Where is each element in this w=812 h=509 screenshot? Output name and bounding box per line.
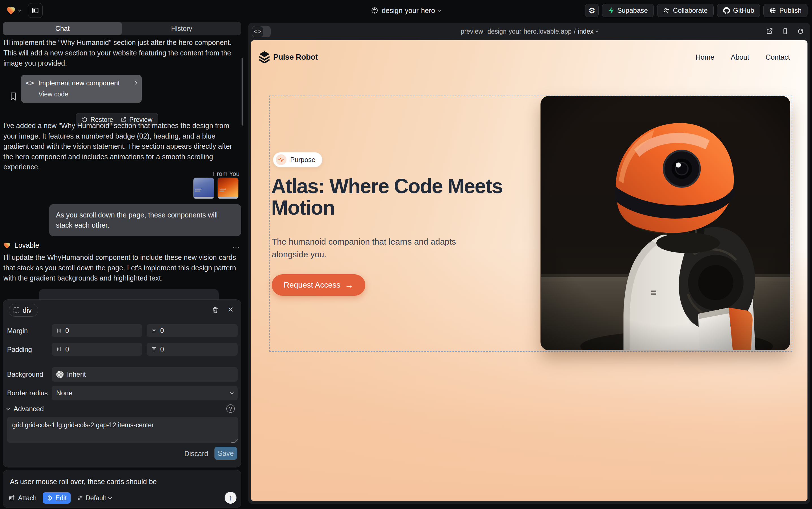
model-selector[interactable]: Default: [77, 494, 111, 502]
discard-button[interactable]: Discard: [184, 450, 208, 458]
nav-home[interactable]: Home: [696, 53, 714, 61]
site-preview: Pulse Robot Home About Contact Purpose A…: [251, 40, 808, 501]
gear-icon: ⚙: [588, 6, 595, 15]
collaborate-label: Collaborate: [673, 6, 708, 14]
padding-y-icon: [151, 346, 157, 352]
refresh-button[interactable]: [797, 28, 804, 35]
publish-button[interactable]: Publish: [764, 4, 808, 17]
margin-x-icon: [56, 328, 62, 333]
lovable-heart-icon[interactable]: [6, 6, 16, 15]
code-icon: <>: [26, 79, 34, 87]
assistant-name: Lovable: [14, 241, 39, 249]
padding-x-icon: [56, 346, 62, 352]
margin-label: Margin: [7, 327, 28, 335]
preview-page: index: [578, 28, 593, 35]
attach-image-icon: [9, 495, 15, 501]
workspace-chevron-icon[interactable]: [18, 8, 22, 12]
padding-x-value: 0: [65, 345, 69, 353]
from-you-label: From You: [213, 170, 239, 178]
preview-header: < > preview--design-your-hero.lovable.ap…: [248, 23, 810, 40]
toggle-sidebar-button[interactable]: [28, 3, 43, 18]
chevron-down-icon: [6, 407, 10, 410]
settings-button[interactable]: ⚙: [585, 4, 599, 17]
project-switcher[interactable]: design-your-hero: [371, 0, 441, 21]
purpose-badge-label: Purpose: [290, 156, 315, 164]
hero-heading: Atlas: Where Code Meets Motion: [271, 175, 506, 218]
send-arrow-icon: ↑: [229, 494, 232, 502]
site-navbar: Pulse Robot Home About Contact: [251, 40, 808, 74]
advanced-toggle[interactable]: Advanced: [7, 405, 44, 413]
message-menu-button[interactable]: ...: [232, 241, 240, 250]
advanced-classes-textarea[interactable]: grid grid-cols-1 lg:grid-cols-2 gap-12 i…: [7, 417, 238, 443]
url-separator: /: [574, 28, 576, 35]
attachment-thumbnail-orange[interactable]: [218, 178, 238, 199]
padding-y-value: 0: [160, 345, 164, 353]
margin-y-value: 0: [160, 327, 164, 335]
margin-y-icon: [151, 328, 157, 333]
collaborate-icon: [663, 7, 670, 14]
collaborate-button[interactable]: Collaborate: [657, 4, 714, 17]
margin-x-input[interactable]: 0: [52, 324, 142, 337]
attachment-thumbnail-blue[interactable]: [193, 178, 214, 199]
hero-robot-image: [541, 96, 790, 350]
help-button[interactable]: ?: [226, 404, 235, 413]
component-card-title: Implement new component: [38, 79, 120, 87]
background-input[interactable]: Inherit: [52, 367, 237, 382]
user-message: As you scroll down the page, these compo…: [49, 204, 241, 236]
nav-about[interactable]: About: [731, 53, 749, 61]
site-brand-name: Pulse Robot: [273, 53, 318, 62]
chevron-right-icon: [134, 81, 137, 84]
supabase-label: Supabase: [617, 6, 648, 14]
save-button[interactable]: Save: [215, 447, 237, 460]
chat-tabs: Chat History: [3, 22, 241, 35]
close-panel-button[interactable]: ✕: [227, 305, 234, 314]
github-icon: [723, 7, 730, 14]
hero-subtitle: The humanoid companion that learns and a…: [272, 235, 464, 261]
edit-mode-button[interactable]: Edit: [43, 492, 71, 504]
padding-y-input[interactable]: 0: [147, 343, 237, 356]
tab-history[interactable]: History: [122, 22, 241, 35]
border-radius-label: Border radius: [7, 389, 48, 397]
project-name: design-your-hero: [382, 6, 435, 15]
attach-button[interactable]: Attach: [9, 494, 36, 502]
mobile-icon: [782, 27, 788, 35]
padding-label: Padding: [7, 345, 32, 353]
assistant-message-2: I've added a new "Why Humanoid" section …: [3, 121, 240, 172]
top-bar: design-your-hero ⚙ Supabase Collaborate …: [0, 0, 812, 21]
preview-url[interactable]: preview--design-your-hero.lovable.app / …: [461, 23, 598, 40]
publish-globe-icon: [769, 7, 776, 14]
nav-contact[interactable]: Contact: [766, 53, 790, 61]
implement-component-card[interactable]: <> Implement new component View code: [21, 75, 142, 103]
delete-element-button[interactable]: [212, 306, 219, 314]
mobile-view-button[interactable]: [782, 27, 788, 35]
selected-element-chip[interactable]: div: [9, 304, 38, 317]
chat-scrollbar[interactable]: [242, 58, 243, 126]
close-icon: ✕: [227, 305, 234, 314]
edit-label: Edit: [56, 494, 67, 502]
code-toggle-icon: < >: [254, 29, 262, 34]
composer-input[interactable]: As user mouse roll over, these cards sho…: [10, 478, 157, 486]
border-radius-value: None: [56, 389, 72, 397]
advanced-label: Advanced: [13, 405, 44, 413]
external-link-icon: [766, 27, 773, 35]
chat-composer[interactable]: As user mouse roll over, these cards sho…: [3, 470, 241, 508]
arrow-right-icon: →: [345, 280, 354, 290]
tab-chat[interactable]: Chat: [3, 22, 122, 35]
element-inspector-panel: div ✕ Margin 0 0 Padding 0: [3, 300, 241, 468]
pulse-icon: [276, 155, 287, 165]
supabase-icon: [608, 7, 614, 14]
site-brand[interactable]: Pulse Robot: [259, 51, 318, 63]
open-in-new-tab-button[interactable]: [766, 27, 773, 35]
request-access-button[interactable]: Request Access →: [272, 274, 365, 296]
bookmark-icon[interactable]: [10, 92, 17, 101]
supabase-button[interactable]: Supabase: [602, 4, 654, 17]
code-preview-toggle[interactable]: < >: [252, 26, 271, 37]
margin-y-input[interactable]: 0: [147, 324, 237, 337]
border-radius-select[interactable]: None: [52, 386, 237, 400]
trash-icon: [212, 306, 219, 314]
padding-x-input[interactable]: 0: [52, 343, 142, 356]
background-label: Background: [7, 370, 43, 378]
send-button[interactable]: ↑: [225, 492, 236, 504]
view-code-link[interactable]: View code: [38, 91, 137, 98]
github-button[interactable]: GitHub: [717, 4, 760, 17]
